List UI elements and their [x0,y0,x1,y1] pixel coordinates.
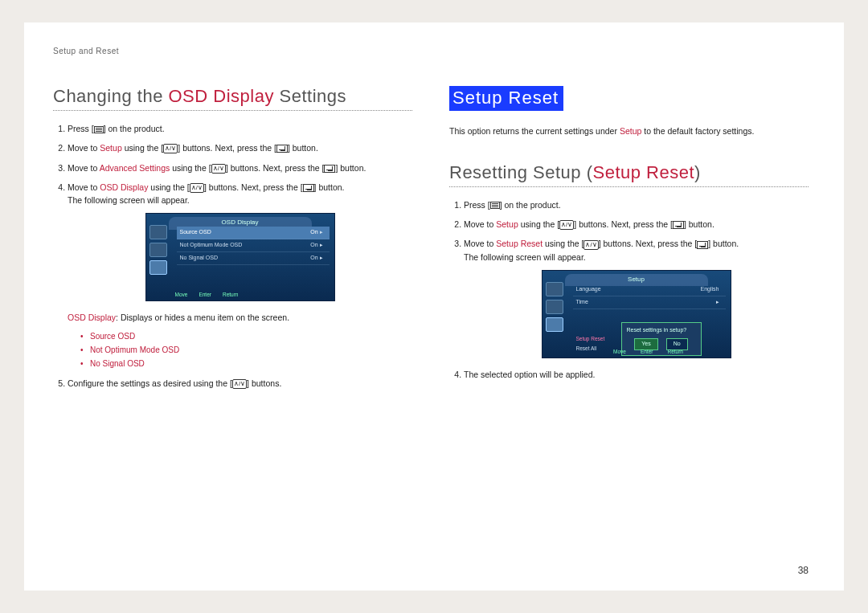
text: ] on the product. [104,124,165,133]
updown-icon: ∧/∨ [163,144,178,153]
menu-icon [94,126,104,133]
text: to the default factory settings. [641,126,754,136]
osd-description: OSD Display: Displays or hides a menu it… [68,311,412,324]
page-number: 38 [798,565,809,576]
osd-rows: Source OSDOn ▸ Not Optimum Mode OSDOn ▸ … [177,227,330,265]
text: ] buttons. Next, press the [ [574,219,673,229]
manual-page: Setup and Reset Changing the OSD Display… [24,22,844,591]
text: Press [ [68,124,94,133]
section-label: Setup and Reset [53,47,809,55]
step-2: Move to Setup using the [∧/∨] buttons. N… [464,218,809,231]
osd-footer: Move Enter Return [175,291,330,299]
osd-side-icon [546,300,563,314]
menu-icon [490,202,500,209]
step-3: Move to Advanced Settings using the [∧/∨… [68,161,412,174]
updown-icon: ∧/∨ [232,379,247,389]
updown-icon: ∧/∨ [559,220,574,230]
text: ] button. [708,239,739,248]
row-value: On ▸ [310,228,322,237]
osd-row: Not Optimum Mode OSDOn ▸ [177,239,330,252]
osd-side-icon [149,225,167,239]
steps-list-left: Press [] on the product. Move to Setup u… [53,122,412,390]
accent-text: OSD Display [100,182,148,192]
updown-icon: ∧/∨ [211,164,226,174]
intro-text: This option returns the current settings… [449,125,809,138]
osd-row: Source OSDOn ▸ [177,227,330,239]
text: ] buttons. Next, press the [ [204,182,303,192]
heading-text-accent: OSD Display [169,86,274,106]
step-4: Move to OSD Display using the [∧/∨] butt… [68,181,412,370]
osd-side-icon-selected [149,260,167,275]
enter-icon [673,221,684,229]
content-columns: Changing the OSD Display Settings Press … [53,86,809,396]
row-value: ▸ [716,298,719,307]
bullet-item: Source OSD [90,329,412,343]
heading-text-pre: Changing the [53,86,169,106]
row-label: Time [576,298,588,307]
osd-row: LanguageEnglish [573,284,726,296]
row-label: No Signal OSD [180,254,218,263]
text: This option returns the current settings… [449,126,620,136]
row-value: English [701,285,719,294]
row-label: Source OSD [180,228,211,237]
heading-text-pre: Resetting Setup ( [449,162,592,182]
osd-sidebar [546,282,568,335]
text: ] buttons. Next, press the [ [226,163,325,173]
footer-item: Enter [641,348,653,356]
text: Move to [464,239,496,248]
step-2: Move to Setup using the [∧/∨] buttons. N… [68,141,412,154]
text: using the [ [542,239,583,248]
accent-text: Advanced Settings [100,163,170,173]
accent-text: OSD Display [68,313,116,322]
text: ] button. [314,182,345,192]
step-5: Configure the settings as desired using … [68,377,412,390]
heading-text-post: Settings [274,86,346,106]
left-column: Changing the OSD Display Settings Press … [53,86,412,396]
enter-icon [276,145,288,153]
footer-item: Return [223,291,239,299]
osd-screenshot-right: Setup LanguageEnglish Time▸ Reset settin… [542,270,731,358]
footer-item: Enter [199,291,211,299]
text: Move to [68,182,100,192]
heading-osd-display: Changing the OSD Display Settings [53,86,412,111]
text: Move to [464,219,496,229]
enter-icon [303,184,314,192]
bullet-item: Not Optimum Mode OSD [90,343,412,357]
text: ] on the product. [500,200,561,210]
text: using the [ [170,163,211,173]
bullet-list: Source OSD Not Optimum Mode OSD No Signa… [68,329,412,370]
text: Press [ [464,200,490,210]
osd-side-icon-selected [546,317,563,332]
osd-rows: LanguageEnglish Time▸ Reset settings in … [573,284,726,353]
enter-icon [697,241,708,249]
text: using the [ [148,182,189,192]
text: : Displays or hides a menu item on the s… [116,313,289,322]
section-banner-setup-reset: Setup Reset [449,86,563,111]
text: Configure the settings as desired using … [68,378,232,388]
right-column: Setup Reset This option returns the curr… [449,86,809,396]
bullet-item: No Signal OSD [90,357,412,370]
heading-text-accent: Setup Reset [592,162,694,182]
text: ] buttons. [247,378,281,388]
accent-text: Setup [100,143,121,153]
footer-item: Move [175,291,188,299]
osd-sidebar [149,225,172,278]
osd-screenshot-left: OSD Display Source OSDOn ▸ Not Optimum M… [145,213,335,301]
accent-text: Setup Reset [496,239,542,248]
updown-icon: ∧/∨ [583,240,598,250]
accent-text: Setup [620,126,641,136]
updown-icon: ∧/∨ [190,183,204,193]
text: Move to [68,143,100,153]
text: using the [ [518,219,559,229]
step-4: The selected option will be applied. [464,368,809,381]
dialog-text: Reset settings in setup? [627,326,696,335]
row-value: On ▸ [310,241,322,250]
footer-item: Move [613,348,626,356]
step-3: Move to Setup Reset using the [∧/∨] butt… [464,237,809,358]
steps-list-right: Press [] on the product. Move to Setup u… [449,198,809,381]
heading-text-post: ) [694,162,701,182]
text: Move to [68,163,100,173]
text: The following screen will appear. [68,195,190,205]
text: ] button. [288,143,318,153]
row-value: On ▸ [310,254,322,263]
